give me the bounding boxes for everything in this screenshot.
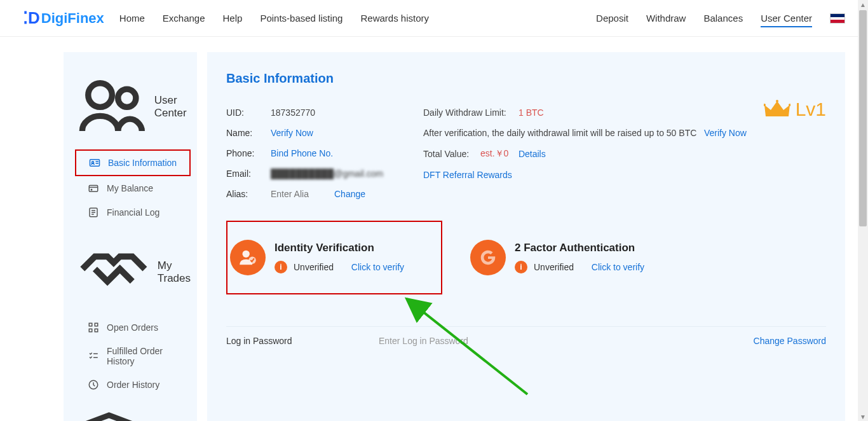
sidebar-item-financial-log[interactable]: Financial Log — [75, 200, 191, 224]
identity-status: Unverified — [294, 262, 334, 272]
alias-input[interactable] — [271, 189, 322, 199]
bind-phone-link[interactable]: Bind Phone No. — [271, 148, 333, 158]
uid-label: UID: — [226, 107, 271, 118]
name-label: Name: — [226, 128, 271, 138]
details-link[interactable]: Details — [519, 149, 546, 159]
svg-rect-8 — [95, 324, 98, 327]
sidebar-item-label: Financial Log — [107, 207, 159, 217]
svg-point-5 — [91, 189, 92, 190]
brand-logo[interactable]: ⁚D DigiFinex — [23, 8, 104, 28]
svg-point-1 — [118, 89, 136, 107]
change-password-link[interactable]: Change Password — [754, 336, 826, 346]
nav-exchange[interactable]: Exchange — [163, 9, 205, 27]
section-label: User Center — [154, 94, 191, 120]
svg-rect-9 — [89, 329, 92, 333]
nav-deposit[interactable]: Deposit — [596, 9, 628, 27]
identity-verification-card: Identity Verification i Unverified Click… — [226, 221, 442, 294]
limit-value: 1 BTC — [519, 107, 544, 118]
brand-text: DigiFinex — [41, 10, 104, 27]
password-placeholder[interactable]: Enter Log in Password — [379, 336, 754, 346]
nav-rewards-history[interactable]: Rewards history — [360, 9, 429, 27]
svg-point-3 — [92, 161, 94, 163]
sidebar-item-label: Basic Information — [108, 158, 177, 168]
main-panel: Basic Information UID:187352770 Name:Ver… — [207, 52, 845, 421]
nav-balances[interactable]: Balances — [703, 9, 743, 27]
grid-icon — [88, 322, 99, 333]
referral-link[interactable]: DFT Referral Rewards — [423, 170, 512, 180]
total-value: est.￥0 — [480, 148, 508, 160]
scrollbar[interactable]: ▲ ▼ — [858, 0, 868, 421]
total-label: Total Value: — [423, 149, 480, 159]
right-nav: Deposit Withdraw Balances User Center — [596, 9, 845, 27]
level-badge: Lv1 — [764, 99, 826, 120]
scroll-thumb[interactable] — [859, 10, 867, 226]
svg-point-17 — [776, 100, 778, 102]
alias-label: Alias: — [226, 189, 271, 199]
sidebar-item-label: My Balance — [107, 183, 153, 193]
scroll-down-icon[interactable]: ▼ — [860, 413, 866, 420]
nav-points-listing[interactable]: Points-based listing — [260, 9, 342, 27]
phone-label: Phone: — [226, 148, 271, 158]
sidebar-item-label: Open Orders — [107, 322, 158, 333]
limit-note: After verification, the daily withdrawal… — [423, 128, 696, 138]
google-auth-icon — [470, 240, 506, 275]
identity-icon — [230, 240, 266, 275]
sidebar-section-security-center: Security Center — [75, 401, 191, 421]
verify-now-link[interactable]: Verify Now — [704, 128, 747, 138]
name-verify-link[interactable]: Verify Now — [271, 128, 313, 138]
sidebar-item-label: Order History — [107, 380, 159, 390]
identity-title: Identity Verification — [275, 242, 404, 254]
id-card-icon — [89, 157, 100, 169]
twofa-status: Unverified — [534, 262, 574, 272]
sidebar-item-label: Fulfilled Order History — [107, 346, 186, 366]
level-text: Lv1 — [796, 99, 826, 120]
sidebar-item-basic-information[interactable]: Basic Information — [75, 149, 191, 176]
svg-rect-4 — [89, 185, 98, 191]
svg-point-0 — [88, 83, 112, 107]
alias-change-link[interactable]: Change — [334, 189, 365, 199]
login-password-row: Log in Password Enter Log in Password Ch… — [226, 326, 826, 355]
sidebar-item-open-orders[interactable]: Open Orders — [75, 315, 191, 340]
svg-rect-10 — [95, 329, 98, 333]
info-icon: i — [515, 261, 527, 273]
password-label: Log in Password — [226, 336, 379, 346]
sidebar-item-order-history[interactable]: Order History — [75, 373, 191, 397]
svg-point-19 — [243, 251, 250, 258]
nav-help[interactable]: Help — [223, 9, 243, 27]
shield-plus-icon — [76, 407, 142, 421]
sidebar-section-user-center: User Center — [75, 65, 191, 149]
top-header: ⁚D DigiFinex Home Exchange Help Points-b… — [0, 0, 868, 37]
log-icon — [88, 207, 99, 218]
scroll-up-icon[interactable]: ▲ — [860, 1, 866, 8]
sidebar-item-fulfilled-order-history[interactable]: Fulfilled Order History — [75, 340, 191, 373]
nav-withdraw[interactable]: Withdraw — [646, 9, 686, 27]
check-list-icon — [88, 350, 99, 362]
users-icon — [76, 71, 148, 143]
page-title: Basic Information — [226, 71, 826, 86]
sidebar-section-my-trades: My Trades — [75, 228, 191, 316]
identity-verify-link[interactable]: Click to verify — [351, 262, 404, 272]
uid-value: 187352770 — [271, 107, 315, 118]
nav-user-center[interactable]: User Center — [761, 9, 812, 27]
logo-icon: ⁚D — [23, 8, 40, 28]
twofa-card: 2 Factor Authentication i Unverified Cli… — [468, 221, 684, 294]
email-value: ██████████@gmail.com — [271, 169, 383, 179]
language-flag-icon[interactable] — [830, 13, 845, 24]
clock-icon — [88, 379, 99, 390]
email-label: Email: — [226, 169, 271, 179]
handshake-icon — [76, 235, 151, 310]
svg-rect-7 — [89, 324, 92, 327]
crown-icon — [764, 99, 790, 120]
twofa-verify-link[interactable]: Click to verify — [592, 262, 644, 272]
twofa-title: 2 Factor Authentication — [515, 242, 644, 254]
nav-home[interactable]: Home — [119, 9, 145, 27]
limit-label: Daily Withdraw Limit: — [423, 107, 519, 118]
wallet-icon — [88, 183, 99, 194]
sidebar: User Center Basic Information My Balance… — [64, 52, 197, 421]
section-label: My Trades — [158, 259, 191, 285]
main-nav: Home Exchange Help Points-based listing … — [119, 9, 429, 27]
info-icon: i — [275, 261, 287, 273]
sidebar-item-my-balance[interactable]: My Balance — [75, 176, 191, 200]
